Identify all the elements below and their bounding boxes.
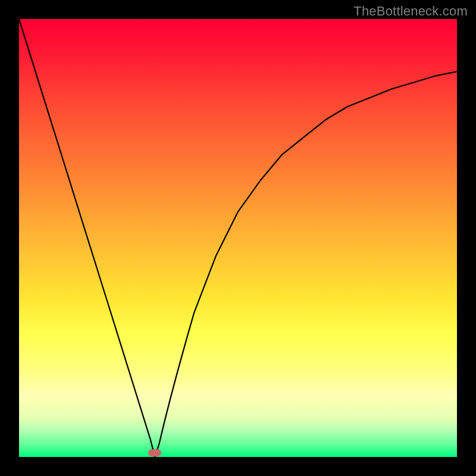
bottleneck-curve [19, 19, 457, 457]
minimum-marker [148, 449, 161, 456]
plot-area [19, 19, 457, 457]
watermark-text: TheBottleneck.com [353, 4, 468, 19]
curve-path [19, 19, 457, 457]
